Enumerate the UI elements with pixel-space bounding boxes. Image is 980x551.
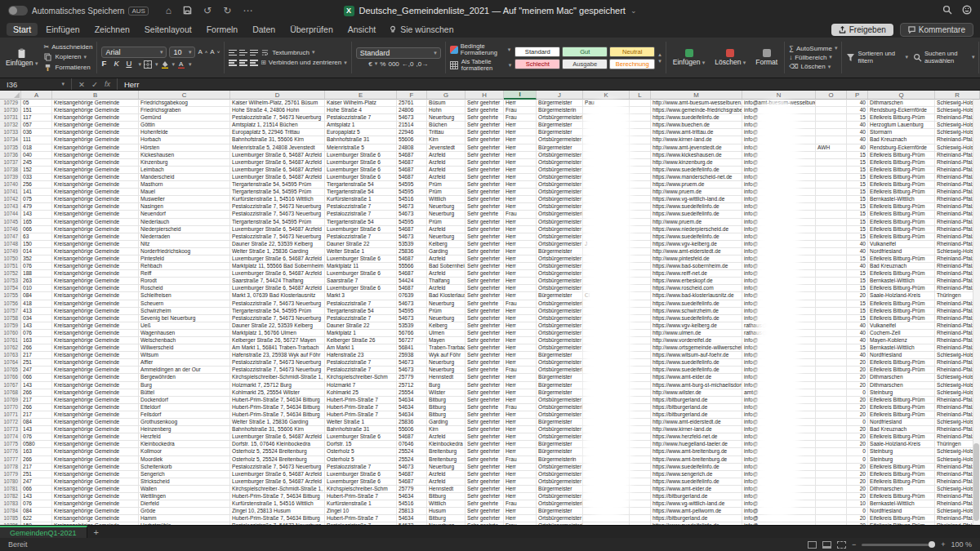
cell-B[interactable]: Kreisangehörige Gemeinde [52,508,139,515]
cell-A[interactable]: 117 [21,114,52,122]
cell-O[interactable] [816,226,847,233]
cell-A[interactable]: 217 [21,411,52,419]
cell-I[interactable]: Herr [504,493,537,500]
cell-A[interactable]: 018 [21,144,52,152]
cell-A[interactable]: 0580 [21,441,52,448]
cell-A[interactable]: 479 [21,203,52,211]
cell-H[interactable]: Sehr geehrte [466,114,504,122]
cell-O[interactable] [816,263,847,270]
cell-L[interactable] [630,129,651,136]
cell-A[interactable]: 076 [21,330,52,337]
cell-Q[interactable]: Saale-Holzland-Kreis [868,441,935,448]
vertical-scrollbar[interactable] [973,100,980,525]
cell-A[interactable]: 266 [21,404,52,411]
cell-F[interactable]: 54516 [397,196,427,203]
currency-button[interactable]: €▾ [368,60,377,68]
cell-M[interactable]: https://www.herzfeld-net.de [651,433,742,441]
row-header[interactable]: 10733 [0,129,21,136]
cell-A[interactable]: 251 [21,359,52,367]
cell-O[interactable] [816,107,847,114]
cell-D[interactable]: Dauner Straße 22, 53539 Kelberg [230,241,325,248]
cell-G[interactable]: Prüm [427,308,466,315]
cell-C[interactable]: Wagenhausen [139,330,230,337]
cell-F[interactable]: 25712 [397,382,427,389]
cell-P[interactable]: 40 [847,122,868,129]
column-header-K[interactable]: K [583,91,630,100]
cell-C[interactable]: Dierfeld [139,500,230,508]
cell-O[interactable] [816,508,847,515]
cell-J[interactable]: Ortsbürgermeister [537,397,583,404]
cell-H[interactable]: Sehr geehrte [466,211,504,218]
cell-M[interactable]: http://www.amt-eiderstedt.de [651,419,742,426]
row-header[interactable]: 10740 [0,181,21,189]
cell-H[interactable]: Sehr geehrter [466,397,504,404]
cell-C[interactable]: Roscheid [139,285,230,292]
cell-G[interactable]: Bitburg [427,515,466,522]
cell-P[interactable]: 20 [847,426,868,433]
font-color-icon[interactable]: A [177,60,186,69]
cell-J[interactable]: Bürgermeister [537,419,583,426]
cell-M[interactable]: http://www.wilster.de [651,389,742,397]
cell-Q[interactable]: Bernkastel-Wittlich [868,196,935,203]
grow-font-button[interactable]: A˄ [198,48,207,56]
cell-C[interactable]: Hamm [139,515,230,522]
cell-M[interactable]: https://www.suedeifelinfo.de [651,464,742,471]
cell-M[interactable]: https://www.amt-eider.de [651,374,742,381]
cell-O[interactable] [816,397,847,404]
cell-G[interactable]: Bitburg [427,404,466,411]
cell-O[interactable] [816,419,847,426]
cell-A[interactable]: 150 [21,522,52,525]
cell-L[interactable] [630,122,651,129]
cancel-entry-icon[interactable]: ✕ [78,80,85,89]
cell-A[interactable]: 076 [21,433,52,441]
cell-H[interactable]: Sehr geehrter [466,315,504,322]
format-painter-button[interactable]: Formatieren [43,63,92,72]
cell-L[interactable] [630,203,651,211]
cell-E[interactable]: Tiergartenstraße 54 [325,308,397,315]
cell-G[interactable]: Garding [427,248,466,256]
cell-J[interactable]: Ortsbürgermeister [537,167,583,174]
cell-P[interactable]: 20 [847,397,868,404]
cell-J[interactable]: Ortsbürgermeisterin [537,114,583,122]
cell-C[interactable]: Norderfriedrichskoog [139,248,230,256]
row-header[interactable]: 10745 [0,219,21,226]
cell-K[interactable] [583,522,630,525]
cell-J[interactable]: Ortsbürgermeister [537,464,583,471]
cell-D[interactable]: Pestalozzistraße 7, 54673 Neuerburg [230,464,325,471]
cell-E[interactable]: Dorfstr. 15 [325,441,397,448]
cell-M[interactable]: https://www.gemeinde-friedrichsgraben.de [651,107,742,114]
cell-H[interactable]: Sehr geehrter [466,322,504,330]
cell-C[interactable]: Kinzenburg [139,159,230,167]
cell-P[interactable]: 40 [847,263,868,270]
cell-H[interactable]: Sehr geehrter [466,285,504,292]
cell-P[interactable]: 20 [847,292,868,300]
cell-O[interactable] [816,426,847,433]
cell-A[interactable]: 084 [21,508,52,515]
cell-C[interactable]: Moordiek [139,456,230,464]
row-header[interactable]: 10744 [0,211,21,218]
cell-E[interactable]: Hubert-Prim-Straße 7 [325,404,397,411]
cell-O[interactable] [816,411,847,419]
cell-A[interactable]: 622 [21,515,52,522]
cell-A[interactable]: 245 [21,159,52,167]
cell-I[interactable]: Herr [504,419,537,426]
cell-B[interactable]: Kreisangehörige Gemeinde [52,359,139,367]
tell-me[interactable]: Sie wünschen [389,24,453,34]
cell-F[interactable]: 25938 [397,352,427,359]
cell-D[interactable]: Pestalozzistraße 7, 54673 Neuerburg [230,203,325,211]
sheet-tab-active[interactable]: GemeindenQ1-2021 [0,526,87,538]
cell-L[interactable] [630,404,651,411]
cell-E[interactable]: Luxemburger Straße 6 [325,152,397,159]
cell-B[interactable]: Kreisangehörige Gemeinde [52,433,139,441]
cell-G[interactable]: Mayen [427,337,466,344]
format-as-table-button[interactable]: Als Tabelle formatieren▾ [450,59,512,73]
column-header-Q[interactable]: Q [868,91,935,100]
row-header[interactable]: 10776 [0,448,21,455]
cell-F[interactable]: 25813 [397,508,427,515]
cell-P[interactable]: 15 [847,159,868,167]
cell-H[interactable]: Sehr geehrter [466,344,504,352]
cell-I[interactable]: Herr [504,330,537,337]
cell-I[interactable]: Herr [504,159,537,167]
cell-D[interactable]: Dorfstr. 15, 07646 Kleinbockedra [230,441,325,448]
cell-J[interactable]: Ortsbürgermeister [537,308,583,315]
